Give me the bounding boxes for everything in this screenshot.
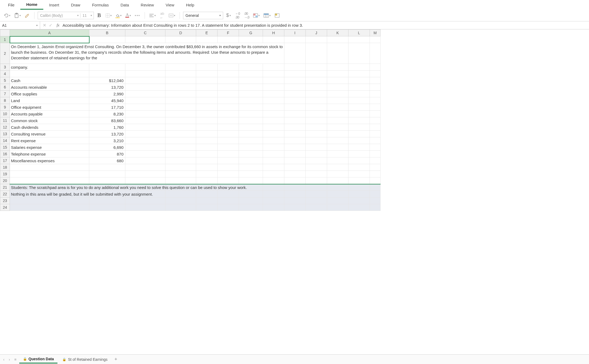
cell[interactable] xyxy=(348,177,370,184)
cell[interactable] xyxy=(165,177,196,184)
cell[interactable] xyxy=(306,91,327,97)
cell[interactable] xyxy=(89,198,125,204)
cell-label[interactable]: Cash xyxy=(10,77,89,84)
cell-styles-button[interactable] xyxy=(273,12,281,19)
cell[interactable] xyxy=(263,171,284,177)
fill-color-button[interactable]: ▾ xyxy=(114,12,123,19)
cell[interactable] xyxy=(218,157,239,164)
font-color-button[interactable]: A ▾ xyxy=(124,12,132,19)
cell[interactable] xyxy=(196,198,218,204)
col-header-G[interactable]: G xyxy=(239,30,263,36)
cell[interactable] xyxy=(306,177,327,184)
cell[interactable] xyxy=(218,91,239,97)
row-header[interactable]: 8 xyxy=(0,97,10,104)
menu-data[interactable]: Data xyxy=(115,1,135,9)
cell[interactable] xyxy=(165,131,196,137)
col-header-A[interactable]: A xyxy=(10,30,89,36)
cell[interactable] xyxy=(284,64,306,71)
cell[interactable] xyxy=(165,71,196,77)
cell[interactable] xyxy=(306,111,327,117)
cell[interactable] xyxy=(284,164,306,171)
cell[interactable] xyxy=(239,84,263,91)
cell[interactable] xyxy=(10,177,89,184)
cell[interactable] xyxy=(239,131,263,137)
cell[interactable] xyxy=(125,137,165,144)
add-sheet-button[interactable]: + xyxy=(112,355,119,363)
cell[interactable] xyxy=(348,97,370,104)
menu-help[interactable]: Help xyxy=(180,1,200,9)
cell[interactable] xyxy=(196,151,218,157)
cell[interactable] xyxy=(196,177,218,184)
cell[interactable] xyxy=(165,157,196,164)
cell[interactable] xyxy=(196,137,218,144)
menu-formulas[interactable]: Formulas xyxy=(86,1,115,9)
cell[interactable] xyxy=(218,131,239,137)
cell[interactable] xyxy=(370,137,381,144)
cell[interactable] xyxy=(370,84,381,91)
cell[interactable] xyxy=(348,164,370,171)
cell[interactable] xyxy=(239,157,263,164)
cell[interactable] xyxy=(306,117,327,124)
menu-view[interactable]: View xyxy=(160,1,180,9)
cell[interactable] xyxy=(239,117,263,124)
tab-list-button[interactable]: ≡ xyxy=(13,356,18,363)
cell[interactable] xyxy=(284,97,306,104)
cell[interactable] xyxy=(348,64,370,71)
cell[interactable] xyxy=(196,144,218,151)
cell[interactable] xyxy=(196,164,218,171)
cell[interactable] xyxy=(218,104,239,111)
cell[interactable] xyxy=(327,157,348,164)
cell[interactable] xyxy=(327,91,348,97)
cell[interactable] xyxy=(263,77,284,84)
cell[interactable] xyxy=(327,36,348,43)
cell[interactable] xyxy=(348,198,370,204)
row-header[interactable]: 17 xyxy=(0,157,10,164)
cell[interactable] xyxy=(239,144,263,151)
cell[interactable] xyxy=(327,184,348,191)
cell[interactable] xyxy=(327,177,348,184)
cell[interactable] xyxy=(165,204,196,211)
cell[interactable] xyxy=(165,64,196,71)
cell[interactable] xyxy=(10,198,89,204)
cell[interactable] xyxy=(218,191,239,198)
col-header-D[interactable]: D xyxy=(165,30,196,36)
cell[interactable] xyxy=(218,124,239,131)
col-header-H[interactable]: H xyxy=(263,30,284,36)
cell-value[interactable]: $12,040 xyxy=(89,77,125,84)
cell-value[interactable]: 3,210 xyxy=(89,137,125,144)
cell[interactable] xyxy=(370,43,381,64)
cell[interactable] xyxy=(218,198,239,204)
cell[interactable] xyxy=(196,91,218,97)
cell[interactable] xyxy=(196,131,218,137)
cell[interactable] xyxy=(218,171,239,177)
cell[interactable] xyxy=(348,36,370,43)
cell[interactable] xyxy=(125,131,165,137)
cell[interactable] xyxy=(196,104,218,111)
cell-A21[interactable]: Students: The scratchpad area is for you… xyxy=(10,184,89,191)
cell[interactable] xyxy=(10,164,89,171)
cell[interactable] xyxy=(284,77,306,84)
cell[interactable] xyxy=(348,117,370,124)
cell-label[interactable]: Office supplies xyxy=(10,91,89,97)
cell[interactable] xyxy=(196,157,218,164)
cell-label[interactable]: Rent expense xyxy=(10,137,89,144)
cell[interactable] xyxy=(218,151,239,157)
cell[interactable] xyxy=(284,71,306,77)
align-button[interactable]: ▾ xyxy=(148,12,157,19)
cell[interactable] xyxy=(306,64,327,71)
conditional-format-button[interactable]: ▾ xyxy=(252,12,261,19)
cell[interactable] xyxy=(327,204,348,211)
fx-icon[interactable]: fx xyxy=(55,23,61,28)
cell[interactable] xyxy=(284,111,306,117)
cell[interactable] xyxy=(348,137,370,144)
cell[interactable] xyxy=(89,71,125,77)
sheet-tab-question-data[interactable]: 🔒 Question Data xyxy=(19,355,58,363)
cell[interactable] xyxy=(284,144,306,151)
cell[interactable] xyxy=(284,171,306,177)
cell[interactable] xyxy=(125,124,165,131)
cell[interactable] xyxy=(218,137,239,144)
cell[interactable] xyxy=(239,164,263,171)
row-header[interactable]: 5 xyxy=(0,77,10,84)
cell[interactable] xyxy=(348,191,370,198)
menu-file[interactable]: File xyxy=(2,1,20,9)
